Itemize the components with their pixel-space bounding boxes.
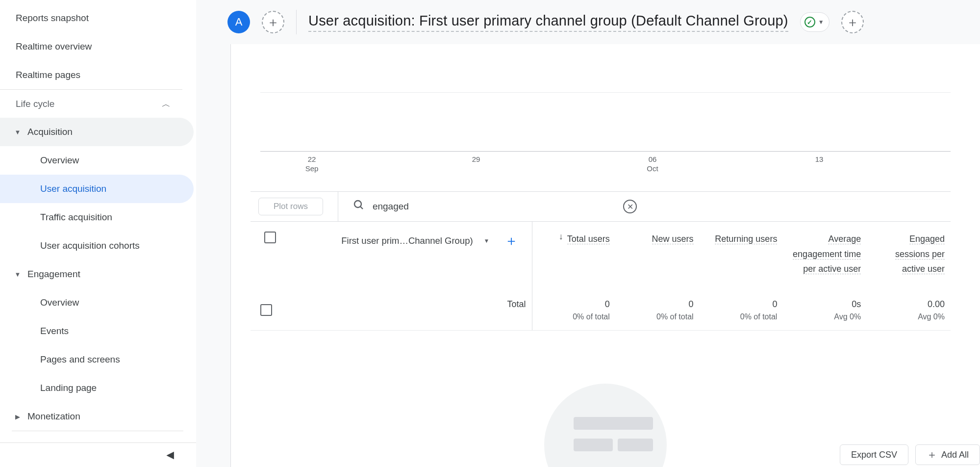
sidebar-item-landing-page[interactable]: Landing page: [0, 374, 194, 402]
select-all-checkbox[interactable]: [264, 232, 276, 243]
sidebar-section-label: Life cycle: [16, 99, 54, 109]
caret-down-icon: ▼: [818, 19, 824, 26]
metric-header-engaged-sessions-per-user[interactable]: Engaged sessions per active user: [867, 222, 951, 286]
report-title[interactable]: User acquisition: First user primary cha…: [308, 13, 788, 32]
report-header: A ＋ User acquisition: First user primary…: [196, 0, 980, 44]
totals-row: Total 0 0% of total 0 0% of total 0 0% o…: [251, 286, 951, 331]
sidebar-item-user-acquisition-cohorts[interactable]: User acquisition cohorts: [0, 232, 194, 260]
sidebar-item-pages-and-screens[interactable]: Pages and screens: [0, 345, 194, 374]
close-icon: ✕: [627, 202, 633, 211]
x-tick: 29: [472, 155, 480, 164]
table-search: ✕: [353, 199, 951, 214]
sidebar-item-realtime-pages[interactable]: Realtime pages: [0, 61, 194, 89]
segment-avatar[interactable]: A: [227, 11, 250, 33]
dimension-dropdown-icon[interactable]: ▼: [481, 234, 493, 247]
table-header-row: First user prim…Channel Group) ▼ ＋ ↓Tota…: [251, 222, 951, 286]
sidebar-group-engagement[interactable]: ▼ Engagement: [0, 260, 194, 288]
sidebar-group-acquisition[interactable]: ▼ Acquisition: [0, 118, 194, 146]
caret-down-icon: ▼: [13, 129, 23, 136]
totals-label: Total: [282, 286, 532, 331]
export-csv-button[interactable]: Export CSV: [840, 444, 908, 465]
metric-header-returning-users[interactable]: Returning users: [700, 222, 783, 286]
add-comparison-button[interactable]: ＋: [262, 11, 284, 33]
caret-down-icon: ▼: [13, 271, 23, 278]
table-toolbar: Plot rows ✕: [251, 191, 951, 222]
totals-checkbox[interactable]: [260, 304, 272, 316]
sidebar-divider: [12, 431, 183, 431]
sidebar-section-life-cycle[interactable]: Life cycle ︿: [0, 89, 182, 118]
sidebar-group-label: Engagement: [27, 269, 80, 280]
chevron-up-icon: ︿: [162, 98, 171, 110]
plot-rows-button[interactable]: Plot rows: [258, 198, 323, 215]
chart-baseline: [260, 151, 951, 152]
sidebar-group-label: Monetization: [27, 411, 80, 422]
totals-total-users: 0 0% of total: [532, 286, 616, 331]
x-tick: 13: [815, 155, 824, 164]
reports-sidebar: Reports snapshot Realtime overview Realt…: [0, 0, 196, 467]
sidebar-item-user-acquisition[interactable]: User acquisition: [0, 175, 194, 203]
sidebar-collapse-bar: ◄: [0, 442, 196, 467]
sidebar-item-realtime-overview[interactable]: Realtime overview: [0, 32, 194, 61]
totals-engaged-sessions: 0.00 Avg 0%: [867, 286, 951, 331]
add-card-button[interactable]: ＋: [841, 11, 864, 33]
x-tick: 22Sep: [305, 155, 319, 174]
report-main-panel: 22Sep 29 06Oct 13 Plot rows ✕: [230, 44, 980, 467]
collapse-icon[interactable]: ◄: [164, 447, 176, 463]
clear-search-button[interactable]: ✕: [623, 200, 637, 213]
metric-header-new-users[interactable]: New users: [616, 222, 700, 286]
plus-icon: ＋: [927, 447, 937, 462]
line-chart: 22Sep 29 06Oct 13: [260, 44, 951, 191]
plus-icon: ＋: [846, 14, 859, 31]
svg-line-1: [360, 207, 363, 209]
totals-returning-users: 0 0% of total: [700, 286, 783, 331]
header-separator: [296, 10, 297, 34]
status-chip[interactable]: ✓ ▼: [800, 12, 829, 32]
sidebar-item-traffic-acquisition[interactable]: Traffic acquisition: [0, 203, 194, 232]
sidebar-item-acquisition-overview[interactable]: Overview: [0, 146, 194, 175]
add-dimension-button[interactable]: ＋: [501, 232, 522, 250]
sidebar-group-label: Acquisition: [27, 127, 73, 137]
search-input[interactable]: [373, 201, 615, 212]
sidebar-item-engagement-overview[interactable]: Overview: [0, 288, 194, 317]
metric-header-avg-engagement-time[interactable]: Average engagement time per active user: [783, 222, 867, 286]
sidebar-item-events[interactable]: Events: [0, 317, 194, 345]
plus-icon: ＋: [267, 14, 279, 31]
svg-point-0: [354, 201, 361, 208]
empty-state-illustration: [544, 384, 667, 467]
sidebar-group-monetization[interactable]: ▶ Monetization: [0, 402, 194, 431]
sort-descending-icon: ↓: [559, 232, 563, 241]
data-table: First user prim…Channel Group) ▼ ＋ ↓Tota…: [251, 222, 951, 331]
totals-avg-engagement: 0s Avg 0%: [783, 286, 867, 331]
totals-new-users: 0 0% of total: [616, 286, 700, 331]
table-footer-actions: Export CSV ＋ Add All: [840, 444, 980, 467]
toolbar-separator: [338, 192, 338, 221]
dimension-header[interactable]: First user prim…Channel Group): [341, 235, 473, 246]
search-icon: [353, 199, 365, 214]
chart-gridline: [260, 92, 951, 93]
check-circle-icon: ✓: [804, 17, 815, 27]
x-tick: 06Oct: [647, 155, 658, 174]
metric-header-total-users[interactable]: ↓Total users: [532, 222, 616, 286]
sidebar-item-reports-snapshot[interactable]: Reports snapshot: [0, 4, 194, 32]
add-all-button[interactable]: ＋ Add All: [915, 444, 980, 465]
caret-right-icon: ▶: [13, 413, 23, 420]
